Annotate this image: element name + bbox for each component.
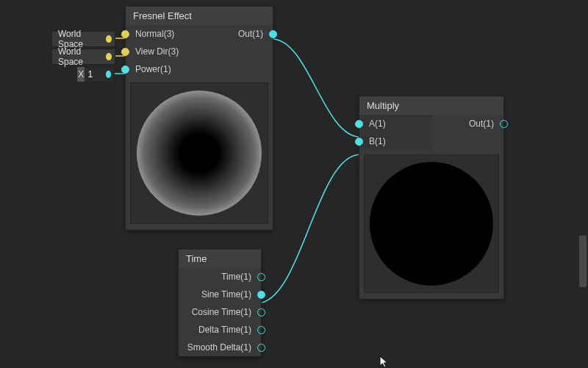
dropdown-label: World Space [52,46,101,67]
port-label: Out(1) [463,118,500,129]
world-space-dropdown-normal[interactable]: World Space [51,31,115,47]
port-in-normal[interactable]: Normal(3) [126,25,199,43]
vertical-scrollbar[interactable] [579,236,587,287]
port-out-fresnel[interactable]: Out(1) [199,25,273,43]
node-fresnel-effect[interactable]: Fresnel Effect Normal(3) View Dir(3) Pow… [125,6,273,230]
port-in-viewdir[interactable]: View Dir(3) [126,43,199,60]
x-label: X [77,67,85,82]
port-label: Delta Time(1) [193,325,257,335]
node-preview [130,82,268,224]
x-value: 1 [85,69,101,79]
port-icon[interactable] [257,273,265,281]
port-out-smooth-delta[interactable]: Smooth Delta(1) [179,339,261,356]
port-label: Cosine Time(1) [186,307,257,317]
port-icon[interactable] [257,344,265,352]
port-label: Sine Time(1) [196,289,257,300]
port-label: A(1) [363,118,392,129]
port-label: B(1) [363,136,392,146]
port-icon[interactable] [500,120,508,128]
port-in-b[interactable]: B(1) [359,132,431,150]
port-icon[interactable] [257,326,265,334]
port-label: Out(1) [232,29,269,39]
port-label: View Dir(3) [129,46,184,57]
node-graph-canvas[interactable]: World Space World Space X 1 Fresnel Effe… [0,0,588,368]
port-icon[interactable] [121,66,129,74]
port-icon[interactable] [257,291,265,299]
port-icon[interactable] [257,308,265,316]
port-out-cosine-time[interactable]: Cosine Time(1) [179,303,261,321]
port-out-time[interactable]: Time(1) [179,268,261,286]
port-out-icon[interactable] [106,53,112,60]
port-out-icon[interactable] [106,71,111,78]
multiply-sphere-icon [370,162,493,286]
port-icon[interactable] [355,120,363,128]
node-title[interactable]: Time [179,250,261,268]
world-space-dropdown-viewdir[interactable]: World Space [51,49,115,65]
port-icon[interactable] [355,138,363,146]
port-icon[interactable] [121,30,129,38]
node-title[interactable]: Multiply [359,96,503,115]
node-title[interactable]: Fresnel Effect [126,7,273,25]
node-time[interactable]: Time Time(1) Sine Time(1) Cosine Time(1)… [178,249,262,357]
port-out-delta-time[interactable]: Delta Time(1) [179,321,261,339]
node-preview [364,155,499,293]
port-label: Time(1) [215,272,257,282]
port-icon[interactable] [269,30,277,38]
port-label: Normal(3) [129,29,180,39]
port-in-power[interactable]: Power(1) [126,60,199,78]
node-multiply[interactable]: Multiply A(1) B(1) Out(1) [359,96,504,300]
fresnel-sphere-icon [137,91,262,216]
port-out-multiply[interactable]: Out(1) [431,115,503,132]
mouse-cursor-icon [379,355,392,368]
port-out-icon[interactable] [106,35,112,43]
port-in-a[interactable]: A(1) [359,115,431,132]
power-value-field[interactable]: X 1 [76,66,115,82]
port-label: Smooth Delta(1) [182,342,257,353]
port-icon[interactable] [121,48,129,56]
port-out-sine-time[interactable]: Sine Time(1) [179,286,261,303]
port-label: Power(1) [129,64,177,74]
